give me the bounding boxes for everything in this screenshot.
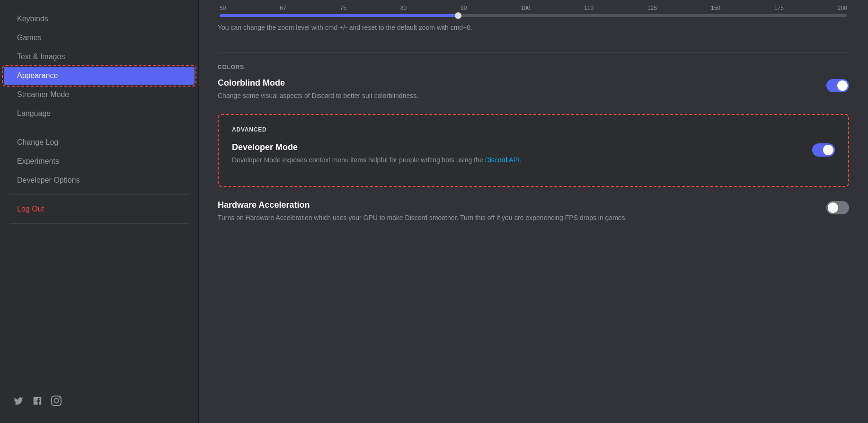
sidebar: Keybinds Games Text & Images Appearance … — [0, 0, 199, 423]
zoom-slider-container: 50 67 75 80 90 100 110 125 150 175 200 — [218, 5, 849, 17]
developer-mode-desc: Developer Mode exposes context menu item… — [232, 155, 793, 165]
colorblind-toggle-knob — [837, 80, 848, 91]
sidebar-item-text-images[interactable]: Text & Images — [4, 48, 195, 66]
sidebar-divider-3 — [9, 223, 189, 224]
sidebar-item-appearance[interactable]: Appearance — [4, 67, 195, 85]
zoom-hint: You can change the zoom level with cmd +… — [218, 24, 849, 31]
developer-mode-toggle-knob — [823, 145, 833, 155]
developer-mode-desc-before: Developer Mode exposes context menu item… — [232, 156, 485, 164]
sidebar-item-language[interactable]: Language — [4, 105, 195, 123]
developer-mode-row: Developer Mode Developer Mode exposes co… — [232, 142, 835, 165]
zoom-labels: 50 67 75 80 90 100 110 125 150 175 200 — [220, 5, 847, 11]
advanced-section-label: ADVANCED — [232, 126, 835, 133]
colorblind-toggle[interactable] — [826, 79, 849, 92]
sidebar-item-experiments[interactable]: Experiments — [4, 152, 195, 170]
zoom-thumb[interactable] — [455, 12, 461, 19]
colorblind-row: Colorblind Mode Change some visual aspec… — [218, 78, 849, 101]
colorblind-info: Colorblind Mode Change some visual aspec… — [218, 78, 826, 101]
developer-mode-title: Developer Mode — [232, 142, 793, 152]
sidebar-item-keybinds[interactable]: Keybinds — [4, 10, 195, 28]
colorblind-desc: Change some visual aspects of Discord to… — [218, 91, 807, 101]
sidebar-divider-2 — [9, 194, 189, 195]
main-content: 50 67 75 80 90 100 110 125 150 175 200 Y… — [199, 0, 868, 423]
separator-1 — [218, 52, 849, 53]
zoom-track[interactable] — [220, 14, 847, 17]
sidebar-item-logout[interactable]: Log Out — [4, 200, 195, 218]
zoom-section: 50 67 75 80 90 100 110 125 150 175 200 Y… — [218, 0, 849, 41]
zoom-fill — [220, 14, 458, 17]
discord-api-link[interactable]: Discord API — [485, 156, 520, 164]
social-icons — [0, 388, 198, 414]
hardware-acceleration-desc: Turns on Hardware Acceleration which use… — [218, 213, 807, 223]
sidebar-item-developer-options[interactable]: Developer Options — [4, 171, 195, 189]
colors-section-label: COLORS — [218, 64, 849, 70]
developer-mode-toggle[interactable] — [812, 143, 835, 157]
hardware-acceleration-toggle[interactable] — [826, 201, 849, 214]
hardware-acceleration-info: Hardware Acceleration Turns on Hardware … — [218, 200, 826, 223]
colorblind-title: Colorblind Mode — [218, 78, 807, 88]
facebook-icon[interactable] — [32, 396, 43, 409]
twitter-icon[interactable] — [13, 396, 24, 409]
sidebar-item-streamer-mode[interactable]: Streamer Mode — [4, 86, 195, 104]
instagram-icon[interactable] — [51, 396, 62, 409]
developer-mode-desc-after: . — [520, 156, 522, 164]
colors-section: COLORS Colorblind Mode Change some visua… — [218, 64, 849, 101]
hardware-acceleration-row: Hardware Acceleration Turns on Hardware … — [218, 200, 849, 223]
hardware-acceleration-title: Hardware Acceleration — [218, 200, 807, 210]
sidebar-item-games[interactable]: Games — [4, 29, 195, 47]
hardware-acceleration-section: Hardware Acceleration Turns on Hardware … — [218, 200, 849, 223]
developer-mode-info: Developer Mode Developer Mode exposes co… — [232, 142, 812, 165]
hardware-acceleration-toggle-knob — [828, 203, 838, 213]
sidebar-divider-1 — [9, 128, 189, 128]
advanced-box: ADVANCED Developer Mode Developer Mode e… — [218, 114, 849, 187]
sidebar-item-change-log[interactable]: Change Log — [4, 133, 195, 151]
